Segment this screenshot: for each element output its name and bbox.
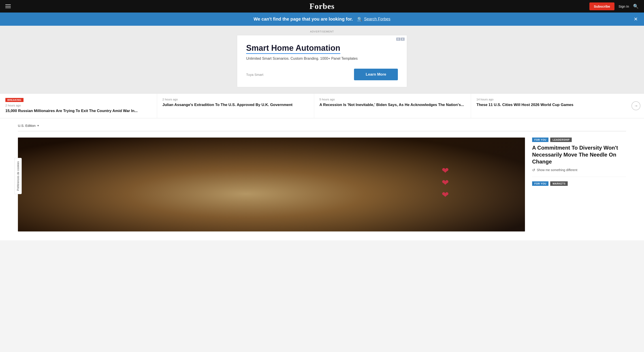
ad-corner: D X	[396, 37, 404, 41]
subscribe-button[interactable]: Subscribe	[590, 2, 615, 10]
banner-search-label: Search Forbes	[364, 17, 390, 21]
search-icon-banner: 🔍	[357, 17, 362, 22]
error-banner: We can't find the page that you are look…	[0, 12, 644, 26]
breaking-time-1: 2 hours ago	[162, 98, 308, 101]
heart-icon-1: ❤	[442, 166, 449, 176]
breaking-headline-0: 15,000 Russian Millionaires Are Trying T…	[5, 108, 152, 114]
breaking-headline-1: Julian Assange's Extradition To The U.S.…	[162, 102, 308, 108]
breaking-time-0: 2 hours ago	[5, 104, 152, 107]
ad-label: ADVERTISEMENT	[0, 30, 644, 33]
nav-right: Subscribe Sign In 🔍	[590, 2, 639, 10]
cookie-preferences-sidebar[interactable]: Préférences de cookies	[14, 158, 22, 194]
arrow-circle: →	[632, 101, 640, 110]
article-tag-row: FOR YOU LEADERSHIP	[532, 138, 626, 142]
breaking-time-3: 14 hours ago	[476, 98, 622, 101]
featured-article-image[interactable]: ❤ ❤ ❤	[18, 138, 525, 232]
breaking-item-0[interactable]: BREAKING 2 hours ago 15,000 Russian Mill…	[0, 94, 157, 118]
heart-icon-3: ❤	[442, 190, 449, 200]
breaking-item-2[interactable]: 5 hours ago A Recession Is 'Not Inevitab…	[314, 94, 471, 118]
main-content: U.S. Edition ▾ ❤ ❤ ❤ FOR YOU LEADERSHIP …	[0, 118, 644, 240]
ad-footer: Tuya Smart Learn More	[246, 69, 398, 80]
show-different-button[interactable]: ↺ Show me something different	[532, 168, 626, 172]
breaking-news-strip: BREAKING 2 hours ago 15,000 Russian Mill…	[0, 93, 644, 118]
hamburger-menu[interactable]	[5, 4, 11, 8]
breaking-next-button[interactable]: →	[628, 94, 644, 118]
nav-left	[5, 4, 11, 8]
banner-message: We can't find the page that you are look…	[254, 16, 353, 22]
navbar: Forbes Subscribe Sign In 🔍	[0, 0, 644, 12]
ad-corner-x: X	[401, 37, 404, 41]
ad-subtitle: Unlimited Smart Scenarios. Custom Brandi…	[246, 56, 398, 61]
featured-article-card: FOR YOU LEADERSHIP A Commitment To Diver…	[532, 138, 626, 177]
breaking-item-1[interactable]: 2 hours ago Julian Assange's Extradition…	[157, 94, 314, 118]
breaking-items: BREAKING 2 hours ago 15,000 Russian Mill…	[0, 94, 628, 118]
heart-icon-2: ❤	[442, 178, 449, 188]
hearts-overlay: ❤ ❤ ❤	[442, 166, 449, 200]
featured-article-title[interactable]: A Commitment To Diversity Won't Necessar…	[532, 144, 626, 165]
breaking-headline-3: These 11 U.S. Cities Will Host 2026 Worl…	[476, 102, 622, 108]
banner-close-button[interactable]: ✕	[634, 16, 638, 22]
edition-label: U.S. Edition	[18, 124, 36, 127]
logo-text: Forbes	[310, 2, 334, 11]
banner-search[interactable]: 🔍 Search Forbes	[357, 17, 390, 22]
for-you-tag: FOR YOU	[532, 138, 548, 142]
markets-tag: MARKETS	[550, 181, 568, 186]
ad-box: D X Smart Home Automation Unlimited Smar…	[237, 35, 407, 87]
right-panel: FOR YOU LEADERSHIP A Commitment To Diver…	[532, 138, 626, 193]
show-different-label: Show me something different	[537, 168, 577, 172]
breaking-badge-0: BREAKING	[5, 98, 24, 102]
advertisement-section: ADVERTISEMENT D X Smart Home Automation …	[0, 26, 644, 93]
markets-tag-row: FOR YOU MARKETS	[532, 181, 626, 186]
search-icon[interactable]: 🔍	[633, 3, 639, 9]
refresh-icon: ↺	[532, 168, 535, 172]
markets-article-card: FOR YOU MARKETS	[532, 181, 626, 193]
signin-link[interactable]: Sign In	[618, 4, 629, 8]
ad-corner-d: D	[396, 37, 400, 41]
for-you-tag-2: FOR YOU	[532, 181, 548, 186]
ad-title: Smart Home Automation	[246, 43, 340, 54]
learn-more-button[interactable]: Learn More	[354, 69, 398, 80]
leadership-tag: LEADERSHIP	[550, 138, 572, 142]
breaking-headline-2: A Recession Is 'Not Inevitable,' Biden S…	[320, 102, 466, 108]
ad-brand: Tuya Smart	[246, 73, 263, 76]
breaking-item-3[interactable]: 14 hours ago These 11 U.S. Cities Will H…	[471, 94, 628, 118]
edition-selector[interactable]: U.S. Edition ▾	[18, 124, 626, 127]
nav-logo[interactable]: Forbes	[310, 1, 334, 11]
breaking-time-2: 5 hours ago	[320, 98, 466, 101]
featured-grid: ❤ ❤ ❤ FOR YOU LEADERSHIP A Commitment To…	[18, 138, 626, 232]
edition-dropdown-icon: ▾	[37, 124, 39, 127]
